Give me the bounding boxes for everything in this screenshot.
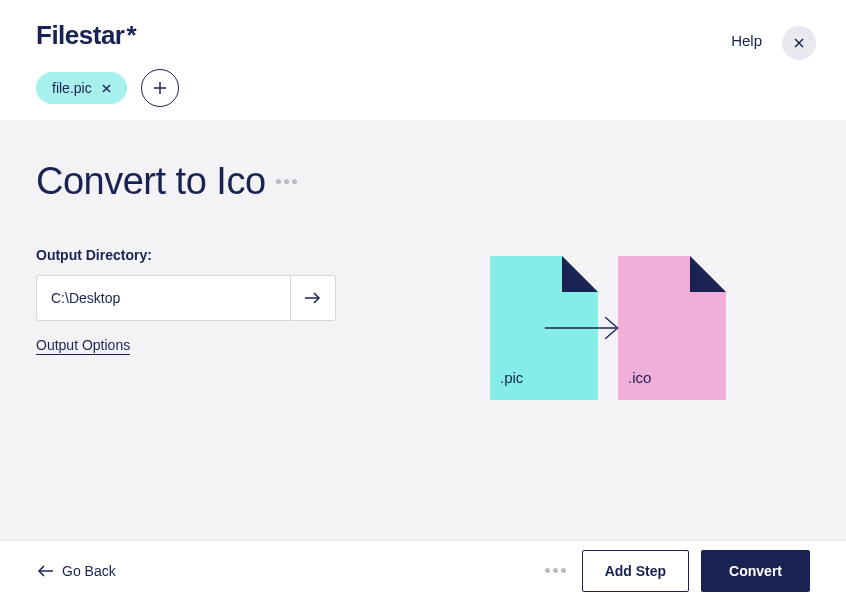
output-dir-input[interactable] xyxy=(36,275,290,321)
arrow-right-icon xyxy=(543,313,623,343)
file-chip-remove-icon[interactable] xyxy=(102,80,111,96)
main-panel: Convert to Ico Output Directory: Output … xyxy=(0,120,846,540)
close-button[interactable] xyxy=(782,26,816,60)
arrow-right-icon xyxy=(304,291,322,305)
go-back-label: Go Back xyxy=(62,563,116,579)
add-file-button[interactable] xyxy=(141,69,179,107)
plus-icon xyxy=(153,81,167,95)
page-title: Convert to Ico xyxy=(36,160,810,203)
go-back-button[interactable]: Go Back xyxy=(36,563,116,579)
file-chip[interactable]: file.pic xyxy=(36,72,127,104)
target-file-icon: .ico xyxy=(618,256,726,400)
output-dir-browse-button[interactable] xyxy=(290,275,336,321)
file-chip-row: file.pic xyxy=(36,69,810,107)
convert-button[interactable]: Convert xyxy=(701,550,810,592)
logo-asterisk: * xyxy=(127,20,137,50)
arrow-left-icon xyxy=(36,565,54,577)
footer-more-icon[interactable] xyxy=(545,568,566,573)
app-logo: Filestar* xyxy=(36,20,810,51)
footer: Go Back Add Step Convert xyxy=(0,540,846,600)
output-options-link[interactable]: Output Options xyxy=(36,337,130,355)
conversion-arrow xyxy=(543,313,623,343)
logo-text: Filestar xyxy=(36,20,125,50)
conversion-graphic: .pic .ico xyxy=(490,256,726,400)
help-link[interactable]: Help xyxy=(731,32,762,49)
target-file-ext: .ico xyxy=(628,369,651,386)
footer-right: Add Step Convert xyxy=(545,550,810,592)
close-icon xyxy=(794,38,804,48)
file-chip-name: file.pic xyxy=(52,80,92,96)
source-file-ext: .pic xyxy=(500,369,523,386)
output-dir-row xyxy=(36,275,336,321)
header: Filestar* Help file.pic xyxy=(0,0,846,120)
page-title-text: Convert to Ico xyxy=(36,160,266,203)
more-options-icon[interactable] xyxy=(276,179,297,184)
add-step-button[interactable]: Add Step xyxy=(582,550,689,592)
